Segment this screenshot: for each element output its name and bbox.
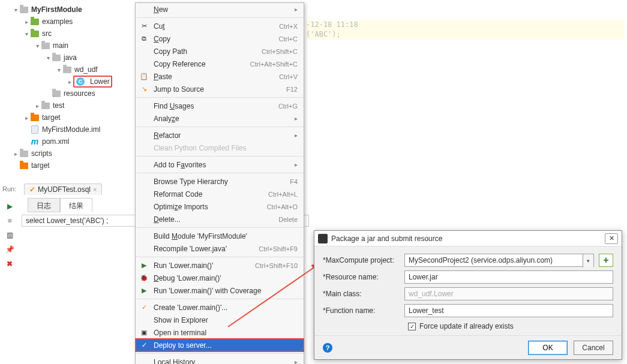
tree-node[interactable]: examples <box>0 16 135 28</box>
aliyun-icon: ✓ <box>139 341 149 350</box>
folder-icon <box>41 43 50 49</box>
menu-local-history[interactable]: Local History▸ <box>136 356 304 364</box>
menu-analyze[interactable]: Analyze▸ <box>136 112 304 125</box>
menu-find-usages[interactable]: Find UsagesCtrl+G <box>136 100 304 112</box>
pin-icon[interactable]: 📌 <box>5 245 14 254</box>
project-combo[interactable]: MySecondProject2 (service.odps.aliyun.co… <box>404 254 594 267</box>
tree-node[interactable]: main <box>0 40 135 52</box>
folder-icon <box>52 91 61 97</box>
layout-icon[interactable]: ▥ <box>5 230 14 240</box>
input-value: Lower_test <box>409 306 444 315</box>
tree-label: wd_udf <box>74 65 98 74</box>
aliyun-icon: ✓ <box>139 303 149 312</box>
menu-copy-reference[interactable]: Copy ReferenceCtrl+Alt+Shift+C <box>136 58 304 70</box>
folder-icon <box>20 163 28 169</box>
menu-delete[interactable]: Delete...Delete <box>136 213 304 225</box>
folder-icon <box>31 115 39 121</box>
tree-node[interactable]: wd_udf <box>0 64 135 76</box>
menu-run[interactable]: ▶Run 'Lower.main()'Ctrl+Shift+F10 <box>136 259 304 272</box>
editor-text: ('ABC'); <box>306 30 341 38</box>
add-project-button[interactable]: + <box>599 254 613 267</box>
menu-add-favorites[interactable]: Add to Favorites▸ <box>136 158 304 171</box>
dialog-close-button[interactable]: ✕ <box>605 233 618 244</box>
debug-icon: 🐞 <box>139 273 149 283</box>
chevron-down-icon[interactable]: ▾ <box>583 254 593 267</box>
menu-recompile[interactable]: Recompile 'Lower.java'Ctrl+Shift+F9 <box>136 242 304 255</box>
menu-cut[interactable]: ✂CutCtrl+X <box>136 20 304 32</box>
tree-node-lower[interactable]: CLower <box>0 76 135 88</box>
menu-clean-python: Clean Python Compiled Files <box>136 142 304 154</box>
run-icon[interactable]: ▶ <box>5 201 14 211</box>
menu-refactor[interactable]: Refactor▸ <box>136 129 304 142</box>
run-tabs: ✓ MyUDFTest.osql × <box>24 182 102 195</box>
tree-label: examples <box>42 17 73 26</box>
folder-icon <box>31 31 39 37</box>
menu-open-terminal[interactable]: ▣Open in terminal <box>136 326 304 339</box>
tree-node[interactable]: src <box>0 28 135 40</box>
menu-reformat[interactable]: Reformat CodeCtrl+Alt+L <box>136 188 304 200</box>
tree-node[interactable]: target <box>0 112 135 124</box>
label-resource: *Resource name: <box>323 273 404 281</box>
tree-node[interactable]: scripts <box>0 148 135 160</box>
dialog-icon <box>318 234 328 243</box>
tree-label: MyFirstModule.iml <box>42 125 100 134</box>
main-class-input: wd_udf.Lower <box>404 287 613 300</box>
jump-icon: ↘ <box>139 85 149 94</box>
menu-show-explorer[interactable]: Show in Explorer <box>136 314 304 326</box>
stop-icon[interactable]: ■ <box>5 216 14 225</box>
menu-jump-to-source[interactable]: ↘Jump to SourceF12 <box>136 83 304 95</box>
tree-label: resources <box>64 89 95 98</box>
menu-copy-path[interactable]: Copy PathCtrl+Shift+C <box>136 45 304 58</box>
menu-deploy-to-server[interactable]: ✓Deploy to server... <box>136 339 304 351</box>
tree-node[interactable]: test <box>0 100 135 112</box>
editor-line: ('ABC'); <box>306 30 625 40</box>
menu-run-coverage[interactable]: ▶Run 'Lower.main()' with Coverage <box>136 284 304 297</box>
force-update-checkbox[interactable]: ✓ <box>408 323 416 330</box>
menu-paste[interactable]: 📋PasteCtrl+V <box>136 70 304 83</box>
tree-label: Lower <box>90 77 110 86</box>
tree-node[interactable]: java <box>0 52 135 64</box>
ok-button[interactable]: OK <box>528 341 568 355</box>
cut-icon: ✂ <box>139 22 149 31</box>
tree-node[interactable]: ·resources <box>0 88 135 100</box>
tree-node[interactable]: ·MyFirstModule.iml <box>0 124 135 136</box>
menu-optimize-imports[interactable]: Optimize ImportsCtrl+Alt+O <box>136 200 304 213</box>
folder-icon <box>52 55 61 61</box>
function-name-input[interactable]: Lower_test <box>404 304 613 317</box>
osql-icon: ✓ <box>29 185 35 194</box>
help-icon[interactable]: ? <box>323 343 332 353</box>
editor-line: -12-18 11:18 <box>306 20 625 30</box>
dialog-titlebar: Package a jar and submit resource ✕ <box>314 231 622 246</box>
run-label: Run: <box>2 185 16 192</box>
menu-debug[interactable]: 🐞Debug 'Lower.main()' <box>136 272 304 284</box>
terminal-icon: ▣ <box>139 328 149 338</box>
menu-copy[interactable]: ⧉CopyCtrl+C <box>136 32 304 45</box>
run-gutter: ▶ ■ ▥ 📌 ✖ <box>0 198 19 269</box>
editor-text: -12-18 11:18 <box>306 20 358 29</box>
tree-label: target <box>42 113 61 122</box>
run-tab[interactable]: ✓ MyUDFTest.osql × <box>24 183 102 195</box>
run-tab-label: MyUDFTest.osql <box>38 185 91 194</box>
paste-icon: 📋 <box>139 72 149 82</box>
close-red-icon[interactable]: ✖ <box>5 259 14 269</box>
tree-node[interactable]: ·target <box>0 160 135 172</box>
folder-icon <box>31 19 39 25</box>
cancel-button[interactable]: Cancel <box>574 341 613 355</box>
tab-log[interactable]: 日志 <box>28 198 60 212</box>
context-menu: New▸ ✂CutCtrl+X ⧉CopyCtrl+C Copy PathCtr… <box>135 2 304 364</box>
input-value: wd_udf.Lower <box>409 290 454 298</box>
menu-new[interactable]: New▸ <box>136 3 304 16</box>
dialog-title: Package a jar and submit resource <box>331 234 442 243</box>
tree-node-module[interactable]: MyFirstModule <box>0 4 135 16</box>
resource-name-input[interactable]: Lower.jar <box>404 270 613 284</box>
menu-browse-hierarchy[interactable]: Browse Type HierarchyF4 <box>136 175 304 188</box>
menu-create-run-config[interactable]: ✓Create 'Lower.main()'... <box>136 301 304 314</box>
folder-icon <box>63 67 71 73</box>
project-tree[interactable]: MyFirstModule examples src main java wd_… <box>0 0 135 180</box>
tab-result[interactable]: 结果 <box>60 198 92 212</box>
tree-node[interactable]: ·mpom.xml <box>0 136 135 148</box>
close-icon[interactable]: × <box>93 186 97 193</box>
label-main-class: *Main class: <box>323 290 404 298</box>
project-value: MySecondProject2 (service.odps.aliyun.co… <box>409 256 553 264</box>
menu-build-module[interactable]: Build Module 'MyFirstModule' <box>136 230 304 242</box>
